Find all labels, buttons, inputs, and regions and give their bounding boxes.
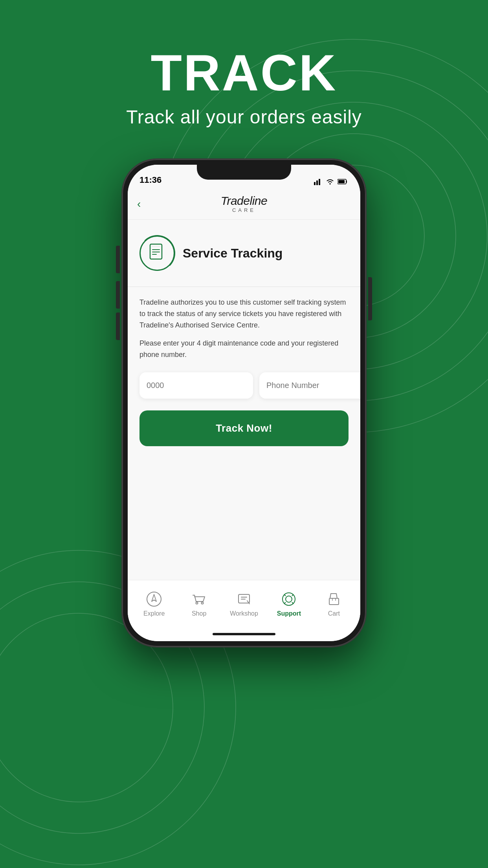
logo-trade: Trade — [221, 194, 250, 207]
tracking-title: Service Tracking — [183, 246, 283, 261]
header-section: TRACK Track all your orders easily — [126, 47, 362, 128]
nav-item-cart[interactable]: Cart — [312, 590, 356, 617]
main-title: TRACK — [126, 47, 362, 98]
phone-number-input[interactable] — [259, 372, 360, 399]
svg-line-27 — [284, 594, 286, 596]
svg-rect-31 — [329, 598, 339, 605]
explore-icon — [145, 590, 163, 608]
phone-outer-shell: 11:36 — [122, 159, 366, 647]
svg-point-26 — [286, 596, 292, 602]
nav-item-explore[interactable]: Explore — [132, 590, 176, 617]
bottom-nav: Explore Shop — [128, 580, 360, 627]
logo-text: Tradeline — [221, 194, 267, 207]
shop-icon — [191, 590, 208, 608]
back-button[interactable]: ‹ — [137, 198, 141, 210]
logo-care: CARE — [232, 208, 256, 213]
workshop-label: Workshop — [230, 610, 258, 617]
status-icons — [314, 178, 349, 185]
status-time: 11:36 — [139, 175, 161, 185]
svg-line-30 — [284, 602, 286, 604]
phone-notch — [197, 165, 291, 180]
nav-item-support[interactable]: Support — [266, 590, 311, 617]
phone-screen: 11:36 — [128, 165, 360, 641]
svg-marker-19 — [152, 594, 156, 601]
nav-item-workshop[interactable]: Workshop — [222, 590, 266, 617]
shop-label: Shop — [192, 610, 206, 617]
signal-icon — [314, 178, 323, 185]
home-indicator — [128, 627, 360, 641]
description-2: Please enter your 4 digit maintenance co… — [139, 338, 349, 360]
content-divider — [128, 287, 360, 287]
cart-label: Cart — [328, 610, 340, 617]
workshop-icon — [235, 590, 253, 608]
home-bar — [213, 633, 275, 635]
subtitle: Track all your orders easily — [126, 106, 362, 128]
support-icon — [280, 590, 297, 608]
explore-label: Explore — [143, 610, 165, 617]
tracking-icon-circle — [139, 235, 175, 271]
svg-point-21 — [201, 602, 203, 604]
logo-line: line — [250, 194, 267, 207]
cart-icon — [325, 590, 343, 608]
app-logo: Tradeline CARE — [221, 194, 267, 213]
svg-rect-8 — [314, 182, 316, 185]
maintenance-code-input[interactable] — [139, 372, 253, 399]
svg-rect-13 — [338, 180, 345, 183]
support-label: Support — [277, 610, 301, 617]
svg-point-11 — [330, 184, 331, 185]
battery-icon — [338, 178, 349, 185]
svg-rect-9 — [316, 180, 318, 185]
track-now-button[interactable]: Track Now! — [139, 410, 349, 446]
svg-rect-10 — [319, 179, 320, 185]
svg-line-29 — [292, 594, 294, 596]
description-1: Tradeline authorizes you to use this cus… — [139, 297, 349, 331]
input-row — [139, 372, 349, 399]
svg-rect-14 — [150, 244, 162, 259]
svg-line-28 — [292, 602, 294, 604]
phone-mockup: 11:36 — [122, 159, 366, 647]
service-tracking-header: Service Tracking — [139, 232, 349, 275]
app-header: ‹ Tradeline CARE — [128, 188, 360, 220]
document-icon — [149, 243, 166, 263]
wifi-icon — [326, 178, 334, 185]
content-area: Service Tracking Tradeline authorizes yo… — [128, 220, 360, 580]
nav-item-shop[interactable]: Shop — [176, 590, 221, 617]
svg-point-20 — [196, 602, 198, 604]
